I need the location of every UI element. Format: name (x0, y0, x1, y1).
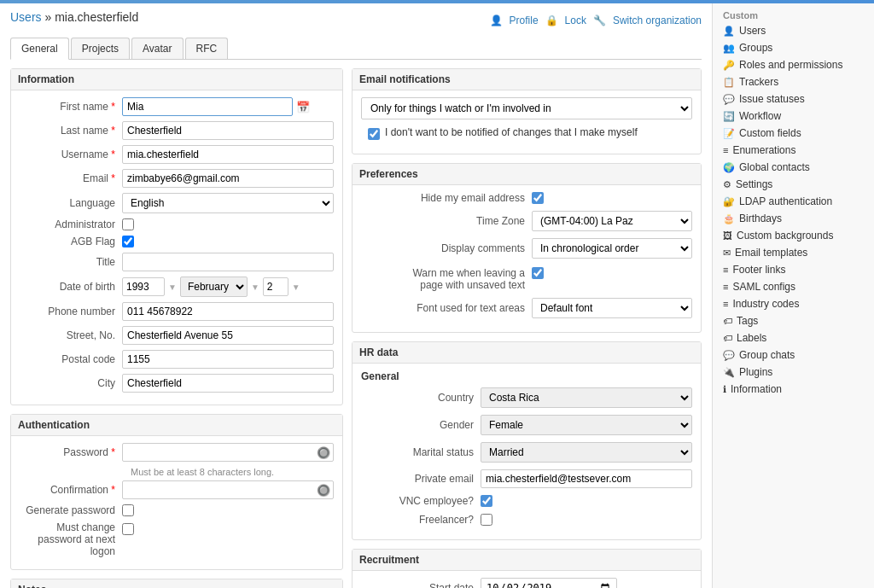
confirmation-input[interactable] (122, 480, 334, 499)
email-notifications-title: Email notifications (353, 69, 701, 90)
sidebar-item-labels[interactable]: 🏷 Labels (713, 329, 874, 346)
notification-select[interactable]: Only for things I watch or I'm involved … (361, 97, 692, 119)
display-comments-select[interactable]: In chronological order (532, 238, 692, 259)
dob-year-input[interactable] (122, 277, 165, 296)
sidebar-item-custom-backgrounds[interactable]: 🖼 Custom backgrounds (713, 227, 874, 244)
hide-email-label: Hide my email address (361, 192, 532, 204)
phone-label: Phone number (20, 306, 122, 317)
footer-links-icon: ≡ (723, 265, 728, 275)
tab-projects[interactable]: Projects (71, 38, 130, 59)
gen-password-checkbox[interactable] (122, 504, 134, 516)
sidebar-label-roles: Roles and permissions (739, 59, 842, 71)
sidebar-label-footer-links: Footer links (732, 264, 785, 276)
vnc-checkbox[interactable] (481, 495, 492, 507)
last-name-input[interactable] (122, 121, 334, 140)
sidebar-item-saml[interactable]: ≡ SAML configs (713, 278, 874, 295)
sidebar-item-information[interactable]: ℹ Information (713, 381, 874, 398)
sidebar-item-roles[interactable]: 🔑 Roles and permissions (713, 56, 874, 73)
street-input[interactable] (122, 326, 334, 345)
private-email-input[interactable] (481, 469, 692, 488)
phone-input[interactable] (122, 302, 334, 321)
sidebar-item-ldap[interactable]: 🔐 LDAP authentication (713, 193, 874, 210)
trackers-icon: 📋 (723, 77, 735, 88)
font-select[interactable]: Default font (532, 298, 692, 318)
sidebar-label-birthdays: Birthdays (739, 212, 782, 224)
switch-org-link[interactable]: Switch organization (613, 15, 702, 26)
sidebar-item-users[interactable]: 👤 Users (713, 22, 874, 39)
sidebar-label-labels: Labels (737, 332, 766, 344)
industry-codes-icon: ≡ (723, 299, 728, 309)
sidebar-item-email-templates[interactable]: ✉ Email templates (713, 244, 874, 261)
city-input[interactable] (122, 374, 334, 393)
no-notify-label: I don't want to be notified of changes t… (385, 126, 638, 138)
agb-flag-checkbox[interactable] (122, 236, 134, 247)
calendar-icon[interactable]: 📅 (296, 101, 310, 114)
sidebar-item-plugins[interactable]: 🔌 Plugins (713, 364, 874, 381)
confirmation-label: Confirmation (20, 484, 122, 496)
gen-password-label: Generate password (20, 504, 122, 516)
sidebar-item-footer-links[interactable]: ≡ Footer links (713, 261, 874, 278)
notes-section: Notes Edit Preview B I U S C H1 (10, 579, 343, 588)
sidebar-label-plugins: Plugins (739, 366, 772, 378)
private-email-label: Private email (361, 473, 481, 485)
gender-select[interactable]: Female (481, 415, 692, 435)
marital-label: Marital status (361, 446, 481, 458)
no-notify-checkbox[interactable] (368, 128, 380, 140)
breadcrumb-users-link[interactable]: Users (10, 10, 42, 24)
country-label: Country (361, 392, 481, 404)
sidebar-label-industry-codes: Industry codes (732, 298, 799, 310)
warn-unsaved-checkbox[interactable] (532, 267, 544, 279)
sidebar-item-groups[interactable]: 👥 Groups (713, 39, 874, 56)
sidebar-item-custom-fields[interactable]: 📝 Custom fields (713, 125, 874, 142)
hide-email-checkbox[interactable] (532, 192, 544, 204)
confirmation-toggle-icon[interactable]: 🔘 (317, 484, 330, 497)
lock-link[interactable]: Lock (565, 15, 586, 26)
custom-fields-icon: 📝 (723, 128, 735, 139)
agb-flag-label: AGB Flag (20, 236, 122, 247)
sidebar-item-group-chats[interactable]: 💬 Group chats (713, 346, 874, 364)
must-change-checkbox[interactable] (122, 523, 134, 535)
sidebar-item-settings[interactable]: ⚙ Settings (713, 176, 874, 193)
sidebar-item-industry-codes[interactable]: ≡ Industry codes (713, 295, 874, 312)
breadcrumb: Users » mia.chesterfield (10, 10, 138, 24)
custom-backgrounds-icon: 🖼 (723, 230, 732, 241)
main-tabs: General Projects Avatar RFC (10, 38, 702, 60)
freelancer-checkbox[interactable] (481, 514, 492, 526)
first-name-input[interactable] (122, 97, 293, 116)
password-hint: Must be at least 8 characters long. (131, 467, 334, 477)
sidebar-item-enumerations[interactable]: ≡ Enumerations (713, 142, 874, 159)
postal-input[interactable] (122, 350, 334, 369)
sidebar-item-birthdays[interactable]: 🎂 Birthdays (713, 210, 874, 227)
sidebar-item-trackers[interactable]: 📋 Trackers (713, 73, 874, 90)
tab-general[interactable]: General (10, 38, 69, 60)
timezone-select[interactable]: (GMT-04:00) La Paz (532, 211, 692, 231)
language-select[interactable]: English (122, 193, 334, 213)
sidebar-label-custom-fields: Custom fields (739, 127, 801, 139)
username-input[interactable] (122, 145, 334, 164)
dob-day-input[interactable] (263, 277, 288, 296)
tab-avatar[interactable]: Avatar (131, 38, 183, 59)
username-label: Username (20, 148, 122, 160)
tab-rfc[interactable]: RFC (185, 38, 229, 59)
marital-select[interactable]: Married (481, 442, 692, 463)
profile-link[interactable]: Profile (510, 15, 539, 26)
administrator-checkbox[interactable] (122, 218, 134, 230)
sidebar-label-email-templates: Email templates (735, 247, 807, 259)
group-chats-icon: 💬 (723, 350, 735, 361)
first-name-label: First name (20, 101, 122, 113)
password-toggle-icon[interactable]: 🔘 (317, 446, 330, 459)
sidebar-item-tags[interactable]: 🏷 Tags (713, 312, 874, 329)
users-icon: 👤 (723, 26, 735, 37)
password-input[interactable] (122, 443, 334, 462)
email-input[interactable] (122, 169, 334, 188)
sidebar-item-issue-statuses[interactable]: 💬 Issue statuses (713, 90, 874, 108)
sidebar-label-settings: Settings (736, 178, 772, 190)
title-input[interactable] (122, 253, 334, 271)
dob-month-select[interactable]: February (180, 277, 248, 297)
sidebar-item-workflow[interactable]: 🔄 Workflow (713, 108, 874, 125)
birthdays-icon: 🎂 (723, 213, 735, 224)
sidebar-label-ldap: LDAP authentication (739, 195, 832, 207)
sidebar-item-global-contacts[interactable]: 🌍 Global contacts (713, 159, 874, 176)
country-select[interactable]: Costa Rica (481, 387, 692, 408)
start-date-input[interactable] (481, 578, 617, 588)
